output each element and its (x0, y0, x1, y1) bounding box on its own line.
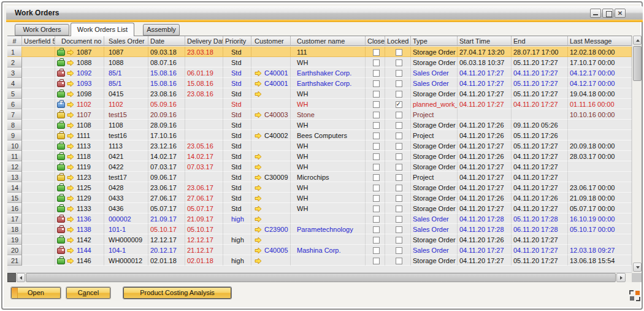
end-time-cell[interactable]: 09.11.20 05:26 (512, 120, 568, 130)
start-time-cell[interactable]: 04.11.20 17:27 (458, 78, 512, 88)
type-cell[interactable]: Storage Order (411, 161, 458, 172)
row-number[interactable]: 20 (7, 245, 22, 255)
document-no-cell[interactable]: 1142 (55, 234, 104, 245)
priority-cell[interactable]: Std (223, 99, 251, 109)
delivery-date-cell[interactable]: 12.12.17 (185, 234, 223, 245)
type-cell[interactable]: Sales Order (411, 67, 458, 78)
customer-name-cell[interactable]: WH (291, 203, 366, 213)
link-arrow-icon[interactable] (67, 226, 74, 233)
row-number[interactable]: 18 (7, 224, 22, 234)
start-time-cell[interactable]: 04.11.20 17:27 (458, 99, 512, 109)
row-number[interactable]: 1 (7, 47, 22, 57)
customer-cell[interactable]: C40001 (251, 78, 291, 88)
end-time-cell[interactable]: 05.11.20 17:27 (512, 140, 568, 151)
type-cell[interactable]: Sales Order (411, 224, 458, 234)
customer-name-cell[interactable]: WH (291, 161, 366, 172)
last-message-cell[interactable]: 04.12.17 00:00 (568, 67, 632, 78)
delivery-date-cell[interactable]: 21.09.17 (185, 213, 223, 224)
row-number[interactable]: 9 (7, 130, 22, 140)
closed-checkbox[interactable] (373, 80, 380, 87)
date-cell[interactable]: 27.06.17 (148, 193, 185, 203)
sales-order-cell[interactable]: 85/1 (104, 78, 148, 88)
end-time-cell[interactable]: 05.11.20 17:26 (512, 130, 568, 140)
table-row[interactable]: 191142WH00000912.12.1712.12.17highStorag… (7, 234, 632, 245)
link-arrow-icon[interactable] (255, 164, 262, 171)
sales-order-cell[interactable]: 1102 (104, 99, 148, 109)
document-no-cell[interactable]: 1108 (55, 120, 104, 130)
customer-cell[interactable] (251, 203, 291, 213)
document-no-cell[interactable]: 1088 (55, 57, 104, 67)
row-number[interactable]: 8 (7, 120, 22, 130)
priority-cell[interactable]: Std (223, 78, 251, 88)
start-time-cell[interactable]: 04.11.20 17:26 (458, 151, 512, 161)
closed-checkbox[interactable] (373, 101, 380, 108)
locked-checkbox[interactable] (396, 205, 402, 212)
document-no-cell[interactable]: 1144 (55, 245, 104, 255)
customer-cell[interactable]: C23900 (251, 224, 291, 234)
locked-checkbox[interactable] (396, 122, 402, 129)
sales-order-cell[interactable]: test15 (104, 109, 148, 120)
date-cell[interactable]: 05.10.17 (148, 224, 185, 234)
customer-name-cell[interactable]: WH (291, 88, 366, 99)
link-arrow-icon[interactable] (255, 258, 262, 264)
document-no-cell[interactable]: 1136 (55, 213, 104, 224)
document-no-cell[interactable]: 1092 (55, 67, 104, 78)
closed-checkbox[interactable] (373, 237, 380, 244)
date-cell[interactable]: 20.12.17 (148, 245, 185, 255)
closed-checkbox[interactable] (373, 226, 380, 233)
start-time-cell[interactable]: 04.11.20 17:27 (458, 182, 512, 193)
last-message-cell[interactable]: 28.03.17 00:00 (568, 151, 632, 161)
date-cell[interactable]: 12.12.17 (148, 234, 185, 245)
sales-order-cell[interactable]: WH000012 (104, 255, 148, 266)
document-no-cell[interactable]: 1111 (55, 130, 104, 140)
customer-cell[interactable] (251, 151, 291, 161)
sales-order-cell[interactable]: WH000009 (104, 234, 148, 245)
col-header-index[interactable]: # (7, 36, 22, 46)
locked-checkbox[interactable] (396, 237, 402, 244)
sales-order-cell[interactable]: 000002 (104, 213, 148, 224)
row-number[interactable]: 10 (7, 140, 22, 151)
delivery-date-cell[interactable] (185, 172, 223, 182)
last-message-cell[interactable]: 20.09.18 00:00 (568, 140, 632, 151)
delivery-date-cell[interactable] (185, 130, 223, 140)
end-time-cell[interactable]: 04.11.20 17:27 (512, 182, 568, 193)
customer-cell[interactable] (251, 140, 291, 151)
col-header-customer-name[interactable]: Customer name (291, 36, 366, 46)
customer-cell[interactable] (251, 57, 291, 67)
closed-checkbox[interactable] (373, 216, 380, 223)
closed-checkbox[interactable] (373, 132, 380, 139)
link-arrow-icon[interactable] (255, 216, 262, 223)
table-row[interactable]: 71107test1520.09.16StdC40003StoneProject… (7, 109, 632, 120)
link-arrow-icon[interactable] (255, 132, 262, 139)
last-message-cell[interactable]: 12.03.18 09:27 (568, 245, 632, 255)
minimize-button[interactable] (590, 9, 601, 18)
customer-cell[interactable] (251, 47, 291, 57)
locked-checkbox[interactable] (396, 195, 402, 202)
closed-checkbox[interactable] (373, 164, 380, 171)
end-time-cell[interactable]: 04.11.20 17:27 (512, 234, 568, 245)
link-arrow-icon[interactable] (67, 70, 74, 77)
priority-cell[interactable]: Std (223, 172, 251, 182)
document-no-cell[interactable]: 1118 (55, 151, 104, 161)
last-message-cell[interactable] (568, 172, 632, 182)
customer-cell[interactable] (251, 161, 291, 172)
sales-order-cell[interactable]: 101-1 (104, 224, 148, 234)
locked-checkbox[interactable] (396, 101, 402, 108)
end-time-cell[interactable]: 28.07.17 17:00 (512, 47, 568, 57)
delivery-date-cell[interactable] (185, 99, 223, 109)
last-message-cell[interactable]: 05.10.17 00:00 (568, 224, 632, 234)
link-arrow-icon[interactable] (67, 80, 74, 87)
date-cell[interactable]: 14.02.17 (148, 151, 185, 161)
locked-checkbox[interactable] (396, 185, 402, 191)
type-cell[interactable]: Storage Order (411, 234, 458, 245)
end-time-cell[interactable]: 05.11.20 17:27 (512, 78, 568, 88)
end-time-cell[interactable] (512, 109, 568, 120)
type-cell[interactable]: Storage Order (411, 47, 458, 57)
priority-cell[interactable]: Std (223, 109, 251, 120)
customer-cell[interactable] (251, 255, 291, 266)
link-arrow-icon[interactable] (67, 205, 74, 212)
customer-cell[interactable] (251, 193, 291, 203)
table-row[interactable]: 141125042823.06.1723.06.17StdWHStorage O… (7, 182, 632, 193)
link-arrow-icon[interactable] (255, 185, 262, 191)
date-cell[interactable]: 09.03.18 (148, 47, 185, 57)
